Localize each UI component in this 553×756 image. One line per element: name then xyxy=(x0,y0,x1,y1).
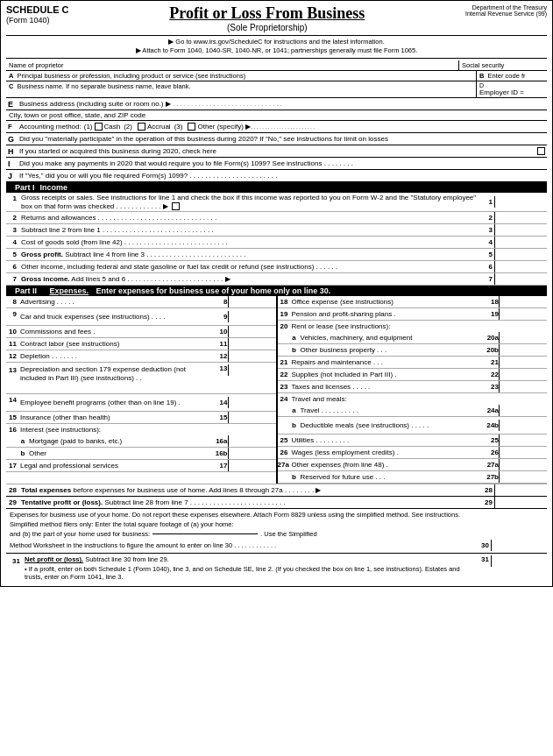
line-24a-ref: 24a xyxy=(485,406,499,414)
line-20a-amount[interactable] xyxy=(499,332,547,343)
url-info: ▶ Go to www.irs.gov/ScheduleC for instru… xyxy=(6,38,547,59)
line-8-amount[interactable] xyxy=(228,296,276,307)
line-18-num: 18 xyxy=(278,296,290,306)
line-23-amount[interactable] xyxy=(499,381,547,392)
line-8-desc: Advertising . . . . . xyxy=(18,297,214,307)
form-header: SCHEDULE C (Form 1040) Profit or Loss Fr… xyxy=(6,4,547,36)
line-20b-spacer xyxy=(278,344,290,346)
line-20b-row: b Other business property . . . 20b xyxy=(278,344,548,357)
line-28-amount[interactable] xyxy=(494,484,547,496)
line-24a-row: a Travel . . . . . . . . . . 24a xyxy=(278,405,548,417)
field-e-row: E Business address (including suite or r… xyxy=(6,98,547,110)
line-10-amount[interactable] xyxy=(228,326,276,337)
line-15-amount[interactable] xyxy=(228,412,276,423)
line-25-ref: 25 xyxy=(485,436,499,444)
line-25-amount[interactable] xyxy=(499,435,547,446)
h-checkbox[interactable] xyxy=(537,147,545,155)
line-21-num: 21 xyxy=(278,357,290,366)
line-6-ref: 6 xyxy=(480,263,494,271)
part1-header: Part I Income xyxy=(6,182,547,193)
line-31-sub: • If a profit, enter on both Schedule 1 … xyxy=(25,565,474,581)
line-9-amount[interactable] xyxy=(228,311,276,322)
line-19-desc: Pension and profit-sharing plans . xyxy=(290,309,486,320)
line-12-ref: 12 xyxy=(214,352,228,360)
line-18-amount[interactable] xyxy=(499,296,547,307)
line-24b-desc: Deductible meals (see instructions) . . … xyxy=(299,420,486,431)
line-26-amount[interactable] xyxy=(499,447,547,458)
line-5-amount[interactable] xyxy=(494,249,547,260)
accrual-checkbox[interactable] xyxy=(138,123,145,131)
line-12-num: 12 xyxy=(6,350,18,360)
j-label: J xyxy=(6,170,17,181)
ss-label: Social security xyxy=(462,61,504,69)
line-30-amount[interactable] xyxy=(491,540,543,551)
line-16a-amount[interactable] xyxy=(228,435,276,447)
line-23-desc: Taxes and licenses . . . . . xyxy=(290,382,486,392)
dept-label: Department of the Treasury xyxy=(465,4,547,11)
line-18-desc: Office expense (see instructions) xyxy=(290,297,486,307)
line-16b-row: b Other 16b xyxy=(6,448,276,460)
cash-checkbox[interactable] xyxy=(95,123,103,131)
line-16b-spacer xyxy=(6,448,18,449)
line-19-amount[interactable] xyxy=(499,308,547,320)
i-text: Did you make any payments in 2020 that w… xyxy=(17,159,547,168)
simplified-text: Simplified method filers only: Enter the… xyxy=(10,520,543,528)
line-25-desc: Utilities . . . . . . . . . xyxy=(290,435,486,446)
line-27b-desc: Reserved for future use . . . xyxy=(299,472,486,483)
line-27a-amount[interactable] xyxy=(499,459,547,470)
line-1-amount[interactable] xyxy=(494,196,547,208)
line-24a-spacer xyxy=(278,405,290,406)
line-21-ref: 21 xyxy=(485,358,499,366)
line-6-amount[interactable] xyxy=(494,261,547,272)
line1-checkbox[interactable] xyxy=(172,202,180,210)
line-16b-amount[interactable] xyxy=(228,448,276,459)
line-22-amount[interactable] xyxy=(499,369,547,380)
line-16-group: 16 Interest (see instructions): a Mortga… xyxy=(6,424,276,460)
line-30-method-row: Method Worksheet in the instructions to … xyxy=(10,540,543,551)
line-12-amount[interactable] xyxy=(228,350,276,362)
expenses-left-col: 8 Advertising . . . . . 8 9 Car and truc… xyxy=(6,296,278,484)
line-27b-amount[interactable] xyxy=(499,471,547,483)
expenses-right-col: 18 Office expense (see instructions) 18 … xyxy=(278,296,548,484)
f-label: F xyxy=(6,121,17,131)
f-dotted: ....................... xyxy=(251,123,547,131)
line-17-amount[interactable] xyxy=(228,460,276,471)
line-4-amount[interactable] xyxy=(494,237,547,248)
line-22-desc: Supplies (not included in Part III) . xyxy=(290,370,486,380)
e-label: E xyxy=(6,98,17,110)
simplified-blank2[interactable] xyxy=(152,533,258,534)
line-28-num: 28 xyxy=(6,484,18,494)
line-3-amount[interactable] xyxy=(494,224,547,236)
line-21-amount[interactable] xyxy=(499,357,547,368)
schedule-label-block: SCHEDULE C (Form 1040) xyxy=(6,4,69,25)
line-24b-sub: b xyxy=(290,421,299,429)
name-label: Name of proprietor xyxy=(9,61,64,69)
line-7-amount[interactable] xyxy=(494,273,547,285)
line-31-ref: 31 xyxy=(477,555,491,563)
line-24a-amount[interactable] xyxy=(499,405,547,416)
line-31-amount[interactable] xyxy=(491,555,543,567)
line-13-amount[interactable] xyxy=(228,364,276,376)
line-29-amount[interactable] xyxy=(494,497,547,508)
line-19-ref: 19 xyxy=(485,310,499,318)
line-28-desc: Total expenses before expenses for busin… xyxy=(18,485,480,496)
subtitle: (Sole Proprietorship) xyxy=(69,23,465,32)
line-6-num: 6 xyxy=(6,261,18,271)
line-11-num: 11 xyxy=(6,338,18,348)
line-24b-amount[interactable] xyxy=(499,420,547,431)
line-15-row: 15 Insurance (other than health) 15 xyxy=(6,412,276,424)
part2-title: Expenses. Enter expenses for business us… xyxy=(42,286,330,295)
line-31-content: Net profit or (loss). Subtract line 30 f… xyxy=(22,555,477,581)
line-20b-amount[interactable] xyxy=(499,344,547,356)
line-31-bold: Net profit or (loss). xyxy=(25,555,83,563)
line-14-amount[interactable] xyxy=(228,397,276,408)
line-20b-ref: 20b xyxy=(485,346,499,354)
other-checkbox[interactable] xyxy=(188,123,195,131)
line-2-amount[interactable] xyxy=(494,212,547,223)
line-11-amount[interactable] xyxy=(228,338,276,350)
irs-label: Internal Revenue Service (99) xyxy=(465,11,547,17)
line-5-ref: 5 xyxy=(480,251,494,258)
f-text: Accounting method: xyxy=(17,122,84,131)
method-text: Method Worksheet in the instructions to … xyxy=(10,541,477,549)
title-block: Profit or Loss From Business (Sole Propr… xyxy=(69,4,465,32)
